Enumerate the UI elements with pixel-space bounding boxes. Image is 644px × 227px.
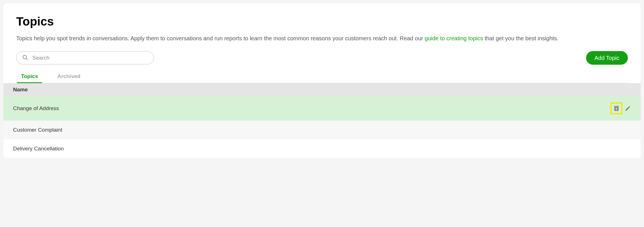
page-title: Topics	[16, 15, 628, 28]
search-wrapper	[16, 51, 154, 64]
add-topic-button[interactable]: Add Topic	[586, 51, 628, 65]
topic-name: Customer Complaint	[13, 127, 62, 133]
topic-name: Delivery Cancellation	[13, 146, 64, 152]
page-description: Topics help you spot trends in conversat…	[16, 34, 628, 43]
archive-icon[interactable]	[613, 105, 620, 112]
table-row[interactable]: Change of Address	[3, 96, 641, 121]
tab-archived[interactable]: Archived	[53, 70, 84, 83]
guide-link[interactable]: guide to creating topics	[425, 35, 483, 41]
search-icon	[22, 54, 28, 62]
table-row[interactable]: Customer Complaint	[3, 121, 641, 139]
edit-icon[interactable]	[625, 105, 631, 112]
tab-topics[interactable]: Topics	[17, 70, 42, 83]
card-header: Topics Topics help you spot trends in co…	[3, 3, 641, 83]
svg-line-1	[26, 58, 27, 60]
search-input[interactable]	[16, 51, 154, 64]
table-header-name: Name	[3, 83, 641, 96]
table-row[interactable]: Delivery Cancellation	[3, 139, 641, 158]
description-text-before: Topics help you spot trends in conversat…	[16, 35, 425, 41]
toolbar: Add Topic	[16, 51, 628, 65]
description-text-after: that get you the best insights.	[483, 35, 559, 41]
topic-name: Change of Address	[13, 105, 59, 112]
archive-button-highlight	[610, 102, 622, 114]
row-actions	[610, 102, 631, 114]
tabs: Topics Archived	[16, 70, 628, 83]
topics-card: Topics Topics help you spot trends in co…	[3, 3, 641, 158]
